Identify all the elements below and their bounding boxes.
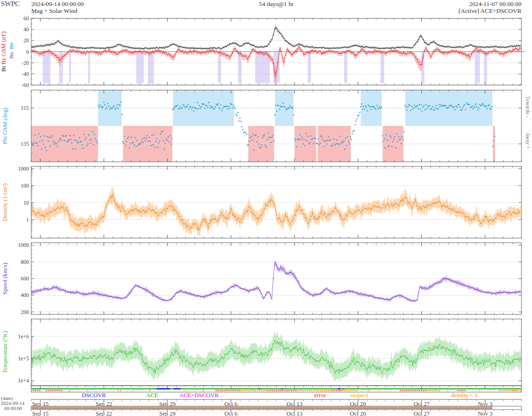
svg-text:10: 10 [23,199,29,206]
svg-text:-20: -20 [22,60,29,66]
svg-text:Sep 15: Sep 15 [32,410,49,416]
mag-axis-bx-excluded: Bx [8,52,15,59]
svg-text:1e+6: 1e+6 [18,333,29,340]
svg-text:1: 1 [26,217,29,223]
legend-item-dscovr[interactable]: DSCOVR [82,392,106,399]
svg-text:Sep 22: Sep 22 [96,410,112,416]
phi-towards-label: Towards - [523,88,531,125]
svg-text:600: 600 [21,275,29,282]
speed-axis-label: Speed (km/s) [1,246,10,311]
panel-phi-sectors [31,90,521,162]
mag-axis-by-excluded: By [8,42,15,49]
swpc-solar-wind-plot: 6040200-20-40-60315135100010010110008006… [0,0,532,416]
footer-origin-block: (date) 2024-09-14 00:00:00 [1,396,24,411]
legend-item-suspect[interactable]: suspect [351,392,368,399]
end-datetime: 2024-11-07 00:00:00 [469,0,521,8]
legend-item-ace[interactable]: ACE [146,392,158,399]
svg-text:-60: -60 [22,82,29,88]
svg-text:Sep 29: Sep 29 [159,410,176,416]
svg-text:60: 60 [23,15,29,22]
svg-text:100: 100 [21,182,29,189]
mag-excluded-label: Bx By [8,31,16,70]
mag-axis-bt: Bt [0,66,7,72]
date-axis-2: Sep 15Sep 22Sep 29Oct 6Oct 13Oct 20Oct 2… [31,410,521,416]
header-row-1: 2024-09-14 00:00:0054 days@1 hr2024-11-0… [31,0,521,8]
svg-text:800: 800 [21,259,29,265]
mag-axis-unit: GSM (nT) [0,31,7,57]
origin-time: 00:00:00 [1,406,24,411]
chart-canvas[interactable]: 6040200-20-40-60315135100010010110008006… [0,0,532,416]
svg-text:400: 400 [21,292,29,298]
brand-label: SWPC [1,0,20,8]
panel-density-data [31,187,521,238]
mag-axis-bz: Bz [0,58,7,64]
panel-speed-data [31,259,521,302]
panel-mag-data [31,24,521,88]
svg-text:Oct 6: Oct 6 [224,410,238,416]
mag-axis-label: Bt Bz GSM (nT) [0,12,8,91]
svg-text:315: 315 [21,105,29,111]
svg-text:40: 40 [23,26,29,33]
svg-text:Oct 27: Oct 27 [413,410,430,416]
legend-item-density-1[interactable]: density < 1 [451,392,478,399]
plot-title: Mag + Solar Wind [31,7,77,15]
temperature-axis-label: Temperature (°K) [1,313,10,391]
svg-text:135: 135 [21,141,29,147]
svg-text:1000: 1000 [18,165,29,172]
legend-item-error[interactable]: error [314,392,326,399]
svg-text:1e+4: 1e+4 [18,377,29,384]
svg-text:Oct 20: Oct 20 [350,410,366,416]
phi-axis-label: Phi GSM (deg) [1,91,10,160]
svg-text:Nov 3: Nov 3 [478,410,492,416]
phi-away-label: Away + [523,125,531,157]
duration-label: 54 days@1 hr [31,0,521,8]
source-status-label: [Active] ACE+DSCOVR [458,7,521,15]
start-datetime: 2024-09-14 00:00:00 [31,0,84,8]
svg-text:20: 20 [23,37,29,44]
panel-temperature-data [31,330,521,382]
legend-item-ace-dscovr[interactable]: ACE+DSCOVR [179,392,219,399]
svg-text:1e+5: 1e+5 [18,355,29,362]
svg-text:200: 200 [21,309,29,315]
svg-text:Oct 13: Oct 13 [287,410,303,416]
time-range-scrollbar[interactable] [31,405,521,410]
svg-text:1000: 1000 [18,242,29,248]
svg-text:0: 0 [26,49,29,55]
svg-text:-40: -40 [22,71,29,77]
density-axis-label: Density (1/cm³) [1,165,10,239]
